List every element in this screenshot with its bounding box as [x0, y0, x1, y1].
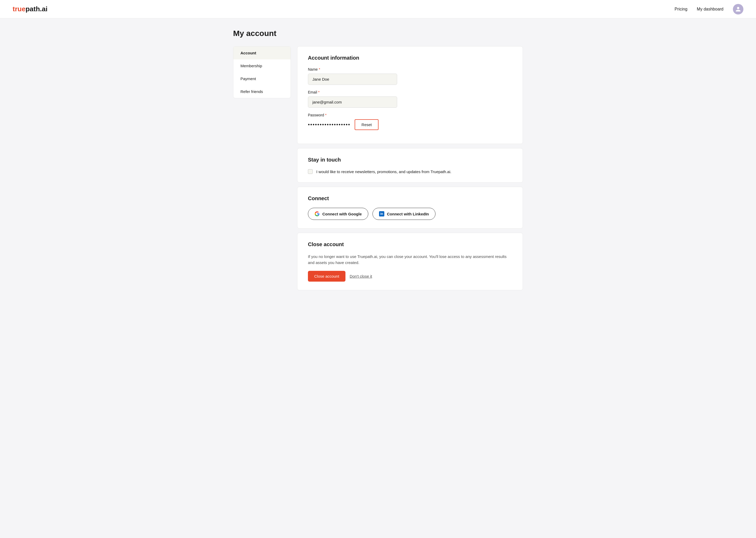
nav-dashboard[interactable]: My dashboard — [697, 7, 724, 12]
sidebar-item-membership[interactable]: Membership — [233, 59, 291, 72]
connect-google-button[interactable]: Connect with Google — [308, 208, 368, 220]
connect-linkedin-button[interactable]: in Connect with LinkedIn — [372, 208, 436, 220]
close-account-button[interactable]: Close account — [308, 271, 346, 282]
newsletter-checkbox-row: I would like to receive newsletters, pro… — [308, 169, 512, 174]
password-label: Password * — [308, 113, 512, 117]
password-dots: •••••••••••••••••• — [308, 120, 351, 130]
close-account-card: Close account If you no longer want to u… — [297, 233, 523, 290]
connect-buttons: Connect with Google in Connect with Link… — [308, 208, 512, 220]
name-required: * — [319, 67, 320, 72]
email-group: Email * — [308, 90, 512, 108]
connect-card: Connect Connect with Google — [297, 187, 523, 229]
dont-close-link[interactable]: Don't close it — [350, 274, 372, 279]
email-input[interactable] — [308, 96, 397, 108]
page-container: My account Account Membership Payment Re… — [220, 19, 536, 301]
google-icon — [314, 211, 320, 216]
name-group: Name * — [308, 67, 512, 85]
content-layout: Account Membership Payment Refer friends… — [233, 46, 523, 290]
user-avatar[interactable] — [733, 4, 743, 15]
nav-pricing[interactable]: Pricing — [675, 7, 687, 12]
sidebar-item-refer[interactable]: Refer friends — [233, 85, 291, 98]
connect-title: Connect — [308, 195, 512, 201]
logo-path: path.ai — [25, 5, 48, 13]
account-info-card: Account information Name * Email * — [297, 46, 523, 144]
name-input[interactable] — [308, 74, 397, 85]
reset-password-button[interactable]: Reset — [354, 119, 379, 130]
stay-in-touch-title: Stay in touch — [308, 157, 512, 163]
sidebar: Account Membership Payment Refer friends — [233, 46, 291, 98]
close-account-title: Close account — [308, 242, 512, 247]
main-content: Account information Name * Email * — [297, 46, 523, 290]
password-row: •••••••••••••••••• Reset — [308, 119, 512, 130]
sidebar-item-account[interactable]: Account — [233, 46, 291, 59]
stay-in-touch-card: Stay in touch I would like to receive ne… — [297, 148, 523, 183]
account-info-title: Account information — [308, 55, 512, 61]
newsletter-checkbox[interactable] — [308, 169, 313, 174]
email-required: * — [318, 90, 319, 94]
logo-true: true — [13, 5, 25, 13]
connect-google-label: Connect with Google — [322, 212, 362, 216]
close-account-description: If you no longer want to use Truepath.ai… — [308, 254, 512, 266]
name-label: Name * — [308, 67, 512, 72]
logo[interactable]: truepath.ai — [13, 5, 48, 13]
sidebar-item-payment[interactable]: Payment — [233, 72, 291, 85]
password-required: * — [325, 113, 326, 117]
linkedin-icon: in — [379, 211, 384, 216]
user-icon — [735, 6, 741, 12]
close-account-actions: Close account Don't close it — [308, 271, 512, 282]
email-label: Email * — [308, 90, 512, 94]
connect-linkedin-label: Connect with LinkedIn — [387, 212, 429, 216]
header-nav: Pricing My dashboard — [675, 4, 743, 15]
newsletter-label: I would like to receive newsletters, pro… — [316, 169, 451, 174]
password-group: Password * •••••••••••••••••• Reset — [308, 113, 512, 130]
header: truepath.ai Pricing My dashboard — [0, 0, 756, 19]
page-title: My account — [233, 29, 523, 38]
